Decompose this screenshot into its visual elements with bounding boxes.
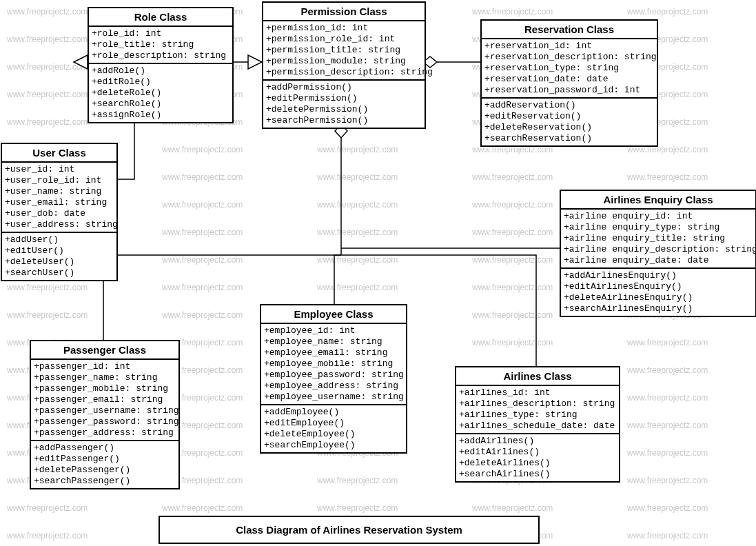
class-member: +reservation_id: int (484, 41, 654, 52)
class-member: +passenger_address: string (34, 427, 176, 438)
class-title: User Class (2, 144, 116, 163)
class-member: +airline enquiry_description: string (564, 244, 753, 255)
class-member: +deletePermission() (266, 104, 422, 115)
class-methods: +addPermission()+editPermission()+delete… (263, 81, 425, 128)
class-attributes: +permission_id: int+permission_role_id: … (263, 21, 425, 81)
class-title: Employee Class (261, 305, 406, 324)
class-member: +reservation_date: date (484, 74, 654, 85)
class-member: +searchPassenger() (34, 476, 176, 487)
class-title: Passenger Class (31, 341, 178, 360)
class-attributes: +airlines_id: int+airlines_description: … (456, 386, 619, 434)
class-member: +deletePassenger() (34, 465, 176, 476)
class-member: +permission_title: string (266, 45, 422, 56)
class-member: +airlines_id: int (459, 387, 616, 398)
class-member: +addPermission() (266, 82, 422, 93)
class-member: +user_name: string (5, 186, 114, 197)
class-member: +editRole() (92, 77, 229, 88)
class-airlines-enquiry: Airlines Enquiry Class +airline enquiry_… (560, 190, 756, 317)
class-methods: +addAirlinesEnquiry()+editAirlinesEnquir… (561, 269, 755, 316)
class-user: User Class +user_id: int+user_role_id: i… (1, 143, 118, 281)
class-member: +addPassenger() (34, 443, 176, 454)
class-member: +passenger_id: int (34, 361, 176, 372)
class-member: +searchAirlinesEnquiry() (564, 303, 753, 314)
class-attributes: +airline enquiry_id: int+airline enquiry… (561, 210, 755, 269)
class-member: +searchRole() (92, 99, 229, 110)
class-member: +addUser() (5, 234, 114, 245)
class-attributes: +role_id: int+role_title: string+role_de… (89, 27, 232, 64)
class-employee: Employee Class +employee_id: int+employe… (260, 304, 407, 454)
class-member: +airlines_type: string (459, 410, 616, 421)
class-member: +user_email: string (5, 197, 114, 208)
class-title: Role Class (89, 8, 232, 27)
class-member: +reservation_type: string (484, 63, 654, 74)
class-member: +airlines_description: string (459, 398, 616, 410)
class-member: +passenger_email: string (34, 394, 176, 405)
class-member: +user_id: int (5, 164, 114, 175)
class-member: +permission_module: string (266, 56, 422, 67)
class-member: +role_description: string (92, 50, 229, 61)
class-member: +deleteUser() (5, 256, 114, 267)
class-member: +employee_name: string (264, 336, 403, 347)
class-member: +addAirlines() (459, 436, 616, 447)
class-member: +searchReservation() (484, 133, 654, 144)
class-member: +employee_mobile: string (264, 358, 403, 370)
class-attributes: +passenger_id: int+passenger_name: strin… (31, 360, 178, 441)
class-member: +deleteEmployee() (264, 429, 403, 440)
class-attributes: +reservation_id: int+reservation_descrip… (482, 39, 657, 99)
class-member: +addEmployee() (264, 407, 403, 418)
class-attributes: +user_id: int+user_role_id: int+user_nam… (2, 163, 116, 233)
class-permission: Permission Class +permission_id: int+per… (262, 1, 426, 129)
class-title: Permission Class (263, 3, 425, 21)
class-member: +airline enquiry_id: int (564, 211, 753, 222)
class-member: +reservation_description: string (484, 52, 654, 63)
class-member: +addRole() (92, 65, 229, 77)
class-member: +deleteAirlines() (459, 458, 616, 469)
class-role: Role Class +role_id: int+role_title: str… (88, 7, 234, 123)
class-member: +deleteRole() (92, 88, 229, 99)
class-member: +editUser() (5, 245, 114, 256)
class-member: +airline enquiry_type: string (564, 222, 753, 233)
class-methods: +addRole()+editRole()+deleteRole()+searc… (89, 64, 232, 122)
class-member: +searchUser() (5, 267, 114, 279)
class-reservation: Reservation Class +reservation_id: int+r… (480, 19, 658, 147)
class-member: +employee_email: string (264, 347, 403, 358)
class-member: +passenger_mobile: string (34, 383, 176, 394)
class-attributes: +employee_id: int+employee_name: string+… (261, 324, 406, 405)
class-member: +searchEmployee() (264, 440, 403, 451)
class-member: +editAirlinesEnquiry() (564, 281, 753, 292)
class-passenger: Passenger Class +passenger_id: int+passe… (30, 340, 180, 489)
class-member: +assignRole() (92, 110, 229, 121)
class-member: +editReservation() (484, 111, 654, 122)
class-member: +searchPermission() (266, 115, 422, 126)
class-member: +editPassenger() (34, 454, 176, 465)
class-title: Airlines Enquiry Class (561, 191, 755, 210)
class-member: +airlines_schedule_date: date (459, 421, 616, 432)
class-member: +employee_password: string (264, 370, 403, 381)
class-airlines: Airlines Class +airlines_id: int+airline… (455, 366, 620, 483)
class-methods: +addEmployee()+editEmployee()+deleteEmpl… (261, 405, 406, 452)
svg-marker-1 (248, 55, 262, 69)
class-methods: +addAirlines()+editAirlines()+deleteAirl… (456, 434, 619, 481)
class-title: Airlines Class (456, 367, 619, 386)
class-member: +user_address: string (5, 219, 114, 230)
class-member: +role_id: int (92, 28, 229, 39)
class-member: +airline enquiry_date: date (564, 255, 753, 266)
diagram-title: Class Diagram of Airlines Reservation Sy… (159, 516, 540, 544)
class-member: +passenger_password: string (34, 416, 176, 427)
class-member: +deleteAirlinesEnquiry() (564, 292, 753, 303)
svg-marker-0 (74, 55, 88, 69)
class-member: +reservation_password_id: int (484, 85, 654, 96)
class-member: +addReservation() (484, 100, 654, 111)
class-member: +employee_address: string (264, 381, 403, 392)
class-member: +permission_id: int (266, 23, 422, 34)
class-member: +permission_role_id: int (266, 34, 422, 45)
class-member: +employee_username: string (264, 392, 403, 403)
class-methods: +addPassenger()+editPassenger()+deletePa… (31, 441, 178, 488)
class-member: +airline enquiry_title: string (564, 233, 753, 244)
class-member: +permission_description: string (266, 67, 422, 78)
class-member: +passenger_name: string (34, 372, 176, 383)
class-member: +passenger_username: string (34, 405, 176, 416)
class-member: +addAirlinesEnquiry() (564, 270, 753, 281)
class-methods: +addUser()+editUser()+deleteUser()+searc… (2, 233, 116, 280)
class-methods: +addReservation()+editReservation()+dele… (482, 99, 657, 145)
